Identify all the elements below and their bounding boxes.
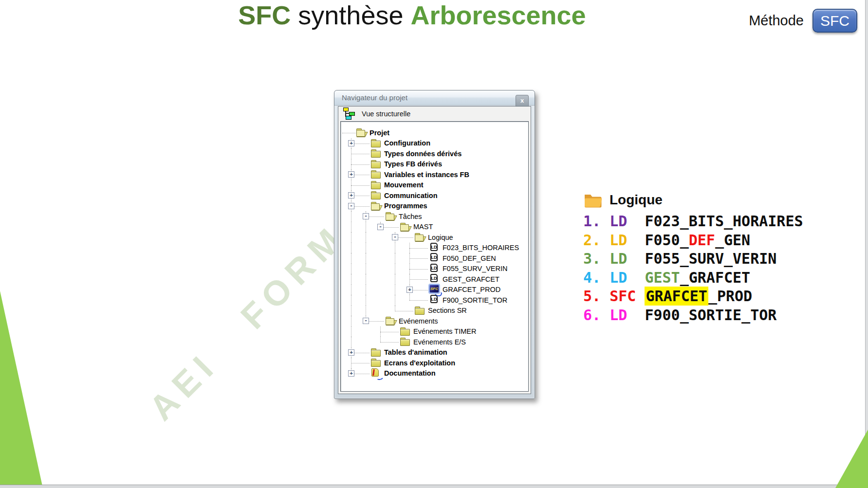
tree-row[interactable]: +Configuration	[341, 138, 528, 149]
window-title: Navigateur du projet	[342, 90, 407, 105]
legend-header: Logique	[583, 190, 803, 210]
folder-open-icon	[414, 233, 425, 242]
tree-row[interactable]: F023_BITS_HORAIRES	[341, 243, 528, 253]
tree-label: Types FB dérivés	[384, 160, 442, 168]
tree-row[interactable]: -MAST	[341, 222, 528, 233]
tree-expander[interactable]: -	[348, 203, 354, 209]
tree-row[interactable]: F900_SORTIE_TOR	[341, 295, 528, 306]
tree-label: F055_SURV_VERIN	[443, 265, 508, 272]
tree-row[interactable]: +GRAFCET_PROD	[341, 285, 528, 295]
folder-icon	[370, 181, 381, 190]
tree-row[interactable]: +Variables et instances FB	[341, 169, 528, 180]
corner-triangle-left	[0, 291, 43, 488]
tree-label: GRAFCET_PROD	[443, 286, 500, 293]
tree-expander[interactable]: +	[348, 192, 354, 199]
tree-expander[interactable]: -	[363, 213, 369, 219]
tree-row[interactable]: +Documentation	[341, 368, 528, 379]
tree: Projet+ConfigurationTypes données dérivé…	[340, 121, 529, 392]
tree-row[interactable]: -Programmes	[341, 201, 528, 212]
tree-expander[interactable]: +	[348, 140, 354, 146]
tree-label: Evénements E/S	[413, 338, 466, 346]
tree-row[interactable]: F055_SURV_VERIN	[341, 264, 528, 274]
tree-row[interactable]: Ecrans d'exploitation	[341, 358, 528, 368]
tree-label: Sections SR	[428, 307, 467, 314]
tree-label: Logique	[428, 234, 453, 241]
tree-label: Tâches	[399, 213, 422, 220]
sfc-badge[interactable]: SFC	[813, 9, 857, 33]
folder-icon	[370, 170, 381, 179]
logique-legend: Logique 1. LD F023_BITS_HORAIRES2. LD F0…	[583, 190, 803, 325]
tree-row[interactable]: -Tâches	[341, 211, 528, 222]
tree-row[interactable]: Types FB dérivés	[341, 159, 528, 170]
list-item: 4. LD GEST_GRAFCET	[583, 269, 803, 288]
page-title: SFC synthèse Arborescence	[0, 0, 824, 30]
tree-label: Evénements	[399, 317, 438, 325]
structural-view-icon	[343, 108, 355, 120]
list-item: 1. LD F023_BITS_HORAIRES	[583, 212, 803, 231]
tree-label: GEST_GRAFCET	[443, 275, 499, 283]
tree-label: F050_DEF_GEN	[443, 254, 496, 262]
window-titlebar[interactable]: Navigateur du projet x	[334, 90, 535, 106]
tree-label: Ecrans d'exploitation	[384, 359, 455, 367]
project-navigator-window: Navigateur du projet x Vue structurelle …	[334, 90, 535, 399]
tree-label: Mouvement	[384, 181, 424, 189]
navigator-panel: Vue structurelle Projet+ConfigurationTyp…	[338, 106, 531, 394]
folder-icon	[370, 149, 381, 158]
tree-label: Variables et instances FB	[384, 171, 469, 179]
tree-row[interactable]: Sections SR	[341, 306, 528, 316]
folder-open-icon	[385, 212, 396, 221]
tree-label: Communication	[384, 192, 438, 199]
title-arborescence: Arborescence	[410, 0, 586, 30]
tree-row[interactable]: -Evénements	[341, 316, 528, 326]
folder-icon	[370, 358, 381, 367]
tree-expander[interactable]: +	[348, 370, 354, 377]
tree-label: MAST	[413, 223, 433, 231]
folder-icon	[400, 327, 410, 336]
tree-label: Evénements TIMER	[413, 327, 476, 335]
ld-icon	[429, 253, 440, 263]
tree-row[interactable]: -Logique	[341, 232, 528, 243]
method-group: Méthode SFC	[749, 9, 857, 33]
tree-label: Programmes	[384, 202, 427, 210]
tree-row[interactable]: +Communication	[341, 190, 528, 201]
sfc-icon	[429, 285, 440, 294]
tree-row[interactable]: Projet	[341, 127, 528, 138]
ld-icon	[429, 243, 440, 253]
folder-open-icon	[385, 316, 396, 325]
legend-items: 1. LD F023_BITS_HORAIRES2. LD F050_DEF_G…	[583, 212, 803, 325]
legend-header-label: Logique	[609, 192, 663, 208]
right-border	[865, 0, 868, 488]
tree-row[interactable]: GEST_GRAFCET	[341, 274, 528, 285]
tree-expander[interactable]: -	[363, 318, 369, 324]
list-item: 5. SFC GRAFCET_PROD	[583, 287, 803, 306]
tree-expander[interactable]: -	[377, 224, 384, 230]
folder-icon	[414, 306, 425, 315]
list-item: 6. LD F900_SORTIE_TOR	[583, 306, 803, 325]
tree-label: Configuration	[384, 139, 430, 147]
tree-expander[interactable]: +	[406, 287, 413, 293]
doc-icon	[370, 369, 381, 378]
tree-label: F023_BITS_HORAIRES	[443, 244, 519, 252]
ld-icon	[429, 264, 440, 273]
tree-row[interactable]: Types données dérivés	[341, 148, 528, 159]
folder-icon	[583, 192, 603, 208]
list-item: 2. LD F050_DEF_GEN	[583, 231, 803, 250]
folder-icon	[370, 139, 381, 148]
tree-expander[interactable]: +	[348, 349, 354, 356]
folder-icon	[400, 337, 410, 346]
tree-row[interactable]: Mouvement	[341, 180, 528, 191]
tree-expander[interactable]: +	[348, 171, 354, 178]
folder-open-icon	[370, 201, 381, 211]
tree-label: Documentation	[384, 369, 436, 377]
tree-expander[interactable]: -	[392, 234, 398, 240]
title-synthese: synthèse	[291, 0, 410, 30]
tree-row[interactable]: Evénements TIMER	[341, 326, 528, 337]
tree-label: Tables d'animation	[384, 348, 447, 356]
bottom-border	[0, 485, 868, 488]
list-item: 3. LD F055_SURV_VERIN	[583, 250, 803, 269]
ld-icon	[429, 295, 440, 305]
ld-icon	[429, 274, 440, 284]
tree-row[interactable]: +Tables d'animation	[341, 347, 528, 358]
tree-row[interactable]: F050_DEF_GEN	[341, 253, 528, 264]
tree-row[interactable]: Evénements E/S	[341, 337, 528, 347]
